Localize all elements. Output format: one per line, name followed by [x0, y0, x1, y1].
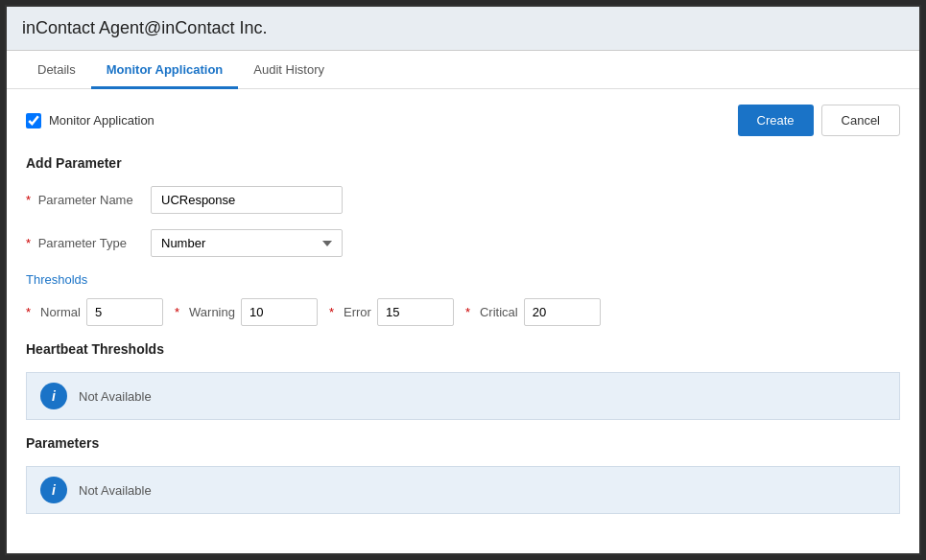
add-parameter-title: Add Parameter: [26, 155, 900, 171]
parameters-info-text: Not Available: [79, 483, 152, 498]
heartbeat-info-text: Not Available: [79, 389, 152, 404]
action-buttons: Create Cancel: [738, 105, 901, 136]
threshold-normal: * Normal: [26, 298, 163, 326]
normal-input[interactable]: [86, 298, 163, 326]
tab-bar: Details Monitor Application Audit Histor…: [7, 51, 919, 89]
parameter-name-row: * Parameter Name: [26, 186, 900, 214]
parameter-name-input[interactable]: [151, 186, 343, 214]
heartbeat-section: Heartbeat Thresholds i Not Available: [26, 341, 900, 420]
content-area: Monitor Application Create Cancel Add Pa…: [7, 89, 919, 553]
required-normal: *: [26, 305, 31, 319]
required-star-type: *: [26, 236, 31, 250]
heartbeat-info-icon: i: [40, 383, 67, 409]
thresholds-title: Thresholds: [26, 272, 900, 287]
parameter-type-select[interactable]: Number String Boolean: [151, 229, 343, 257]
required-critical: *: [465, 305, 470, 319]
thresholds-row: * Normal * Warning * Error * Critical: [26, 298, 900, 326]
parameter-type-label: * Parameter Type: [26, 236, 151, 250]
parameters-info-icon: i: [40, 477, 67, 503]
tab-monitor-application[interactable]: Monitor Application: [91, 51, 239, 88]
required-error: *: [329, 305, 334, 319]
error-input[interactable]: [377, 298, 454, 326]
critical-input[interactable]: [524, 298, 601, 326]
warning-input[interactable]: [241, 298, 318, 326]
title-text: inContact Agent@inContact Inc.: [22, 18, 267, 37]
monitor-label-text: Monitor Application: [49, 113, 154, 128]
cancel-button[interactable]: Cancel: [821, 105, 900, 136]
required-warning: *: [175, 305, 179, 319]
threshold-warning: * Warning: [175, 298, 318, 326]
main-window: inContact Agent@inContact Inc. Details M…: [5, 5, 921, 555]
parameters-info-row: i Not Available: [26, 466, 900, 514]
parameters-section: Parameters i Not Available: [26, 435, 900, 514]
monitor-header: Monitor Application Create Cancel: [26, 105, 900, 136]
monitor-label: Monitor Application: [26, 113, 154, 128]
normal-label: Normal: [40, 305, 81, 319]
critical-label: Critical: [480, 305, 518, 319]
heartbeat-info-row: i Not Available: [26, 372, 900, 420]
add-parameter-section: Add Parameter * Parameter Name * Paramet…: [26, 155, 900, 257]
parameter-type-row: * Parameter Type Number String Boolean: [26, 229, 900, 257]
required-star-name: *: [26, 193, 31, 207]
thresholds-section: Thresholds * Normal * Warning * Error: [26, 272, 900, 326]
tab-audit-history[interactable]: Audit History: [238, 51, 340, 88]
threshold-critical: * Critical: [465, 298, 601, 326]
tab-details[interactable]: Details: [22, 51, 91, 88]
error-label: Error: [344, 305, 371, 319]
parameters-title: Parameters: [26, 435, 900, 451]
parameter-name-label: * Parameter Name: [26, 193, 151, 207]
monitor-checkbox[interactable]: [26, 113, 41, 128]
title-bar: inContact Agent@inContact Inc.: [7, 7, 919, 51]
warning-label: Warning: [189, 305, 235, 319]
heartbeat-title: Heartbeat Thresholds: [26, 341, 900, 357]
threshold-error: * Error: [329, 298, 454, 326]
create-button[interactable]: Create: [738, 105, 814, 136]
